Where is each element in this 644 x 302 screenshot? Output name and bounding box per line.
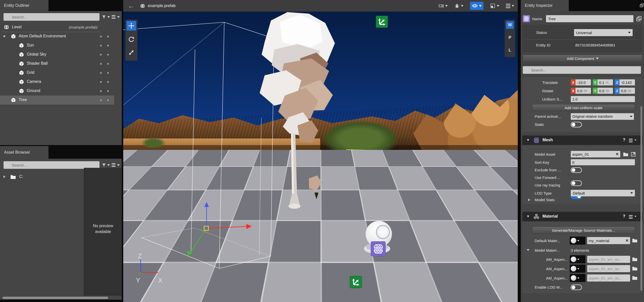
outliner-row-camera[interactable]: Camera <box>0 77 114 86</box>
outliner-row-grid[interactable]: Grid <box>0 68 114 77</box>
viewport-scene[interactable]: Z Y X W P L <box>123 12 518 302</box>
translate-z-field[interactable]: -0.142 <box>620 79 635 85</box>
visibility-dot[interactable] <box>100 36 102 37</box>
parent-space-button[interactable]: P <box>506 34 514 41</box>
inspector-search[interactable] <box>523 66 641 74</box>
visibility-dot[interactable] <box>100 81 102 83</box>
lod-type-dropdown[interactable]: Default <box>571 190 635 196</box>
outliner-row-sun[interactable]: Sun <box>0 41 114 50</box>
material-menu-icon[interactable] <box>629 215 633 219</box>
folder-expand-caret-icon[interactable] <box>4 175 5 178</box>
asset-menu-icon[interactable] <box>112 163 115 167</box>
mesh-collapse-caret-icon[interactable] <box>527 139 529 141</box>
tab-entity-outliner[interactable]: Entity Outliner <box>0 0 48 11</box>
local-space-button[interactable]: L <box>506 47 514 54</box>
outliner-search[interactable] <box>4 13 100 21</box>
name-input[interactable] <box>546 15 633 22</box>
shader-ball-mesh-badge[interactable] <box>371 241 386 256</box>
enable-lod-toggle[interactable] <box>571 285 582 290</box>
browse-material-folder-icon[interactable] <box>632 256 638 262</box>
world-space-button[interactable]: W <box>506 21 514 29</box>
material-menu-caret-icon[interactable] <box>634 216 636 217</box>
rotate-tool-button[interactable] <box>127 34 136 44</box>
material-slot-swatch[interactable] <box>570 274 585 282</box>
model-materials-caret-icon[interactable] <box>527 249 529 251</box>
tab-asset-browser[interactable]: Asset Browser <box>0 146 48 159</box>
material-collapse-caret-icon[interactable] <box>527 216 529 217</box>
inspector-corner-icon[interactable] <box>639 3 644 8</box>
browse-material-folder-icon[interactable] <box>632 266 638 271</box>
translate-x-field[interactable]: -10.0 <box>576 79 591 85</box>
outliner-row-shader-ball[interactable]: Shader Ball <box>0 59 114 68</box>
forward-pass-toggle[interactable] <box>571 180 582 186</box>
material-slot-swatch[interactable] <box>570 265 585 273</box>
inspector-search-input[interactable] <box>531 68 639 73</box>
mesh-menu-caret-icon[interactable] <box>634 140 636 141</box>
outliner-row-tree-selected[interactable]: Tree <box>0 96 114 105</box>
add-non-uniform-scale-button[interactable]: Add non-uniform scale <box>532 104 635 111</box>
outliner-search-input[interactable] <box>11 15 97 19</box>
default-material-swatch[interactable] <box>570 237 585 245</box>
material-slot-swatch[interactable] <box>570 255 585 263</box>
visibility-dot[interactable] <box>100 54 102 56</box>
mesh-card-header[interactable]: Mesh ? <box>522 135 643 145</box>
outliner-row-ground[interactable]: Ground <box>0 86 114 96</box>
parent-activation-dropdown[interactable]: Original relative transform <box>571 113 634 120</box>
outliner-row-global-sky[interactable]: Global Sky <box>0 50 114 59</box>
model-stats-caret-icon[interactable] <box>528 199 530 201</box>
lock-dot[interactable] <box>107 99 109 101</box>
clear-asset-icon[interactable]: ✕ <box>615 152 619 156</box>
clear-material-icon[interactable]: ✕ <box>625 238 629 243</box>
material-slot-field[interactable]: aspen_01_am_as... <box>587 265 630 272</box>
viewport-menu-button[interactable] <box>506 4 514 8</box>
outliner-menu-icon[interactable] <box>112 15 115 19</box>
visibility-dot[interactable] <box>100 72 102 74</box>
browse-asset-folder-icon[interactable] <box>623 151 629 157</box>
outliner-row-root[interactable]: Atom Default Environment <box>0 32 114 41</box>
asset-browser-hscrollbar[interactable] <box>3 297 108 299</box>
spawn-point-icon-bottom[interactable] <box>350 276 362 288</box>
debug-menu-button[interactable] <box>454 3 463 9</box>
scale-tool-button[interactable] <box>127 48 136 57</box>
exclude-toggle[interactable] <box>571 167 582 173</box>
lock-dot[interactable] <box>107 81 109 83</box>
paste-override-icon[interactable] <box>636 16 642 22</box>
lock-dot[interactable] <box>107 72 109 74</box>
expand-caret-icon[interactable] <box>3 36 6 37</box>
default-material-field[interactable]: my_material✕ <box>587 237 630 244</box>
open-asset-external-icon[interactable] <box>630 151 636 157</box>
status-dropdown[interactable]: Universal <box>574 29 633 36</box>
outliner-menu-caret-icon[interactable] <box>117 16 120 18</box>
rotate-z-field[interactable]: 0.0de <box>620 88 635 94</box>
lock-dot[interactable] <box>107 45 109 47</box>
translate-y-field[interactable]: 0.1m <box>598 79 613 85</box>
lock-dot[interactable] <box>107 36 109 37</box>
lock-dot[interactable] <box>107 54 109 56</box>
generate-materials-button[interactable]: Generate/Manage Source Materials... <box>532 226 635 234</box>
rotate-y-field[interactable]: 0.0de <box>598 88 613 94</box>
rotate-x-field[interactable]: 0.0de <box>576 88 591 94</box>
add-component-button[interactable]: Add Component <box>523 55 642 62</box>
visibility-dot[interactable] <box>100 90 102 92</box>
move-tool-button[interactable] <box>127 21 136 31</box>
asset-search-input[interactable] <box>11 163 97 168</box>
viewport-layout-button[interactable] <box>490 3 499 9</box>
level-row[interactable]: Level (example.prefab) <box>0 23 114 31</box>
mesh-help-button[interactable]: ? <box>623 137 625 143</box>
model-asset-field[interactable]: aspen_01✕ <box>571 151 620 157</box>
asset-folder-row[interactable]: C: <box>0 173 83 181</box>
lock-dot[interactable] <box>107 63 109 65</box>
filter-icon[interactable] <box>102 15 106 19</box>
browse-material-folder-icon[interactable] <box>632 238 638 243</box>
visibility-dot[interactable] <box>100 99 102 101</box>
name-field[interactable] <box>546 15 633 22</box>
filter-icon[interactable] <box>102 163 106 168</box>
material-help-button[interactable]: ? <box>623 214 625 219</box>
visibility-dot[interactable] <box>100 63 102 65</box>
asset-menu-caret-icon[interactable] <box>117 164 120 166</box>
material-card-header[interactable]: Material ? <box>522 212 643 221</box>
uniform-scale-field[interactable]: 1.0 <box>571 96 635 102</box>
static-toggle[interactable] <box>571 122 582 127</box>
view-visibility-button[interactable] <box>470 2 483 10</box>
filter-caret-icon[interactable] <box>107 164 110 166</box>
